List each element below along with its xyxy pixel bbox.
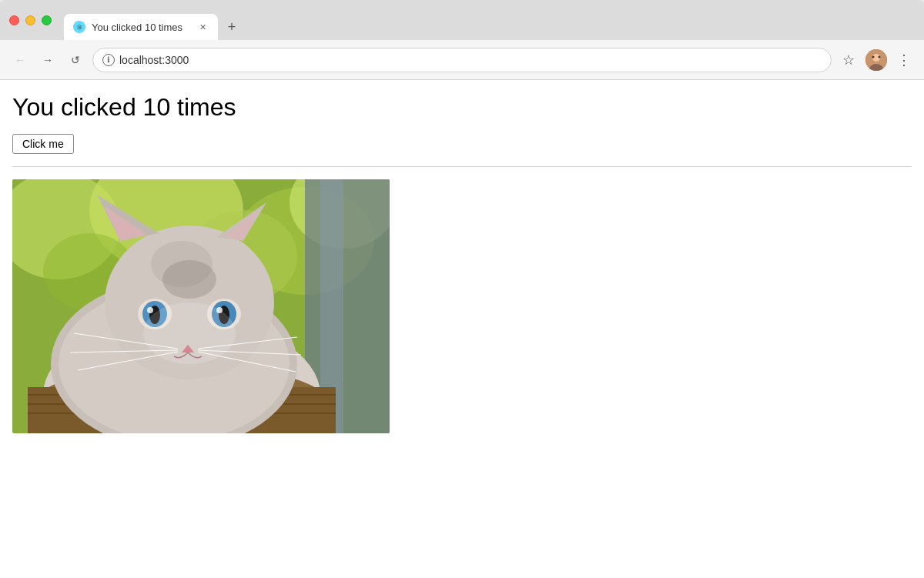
profile-avatar[interactable] (865, 49, 887, 71)
maximize-button[interactable] (42, 15, 52, 25)
cat-image (12, 179, 390, 433)
tab-close-icon[interactable]: ✕ (196, 21, 209, 33)
active-tab[interactable]: ⚛ You clicked 10 times ✕ (64, 14, 218, 40)
click-me-button[interactable]: Click me (12, 134, 74, 154)
tab-bar: ⚛ You clicked 10 times ✕ + (64, 0, 915, 40)
browser-window: ⚛ You clicked 10 times ✕ + ← → ↺ ℹ local… (0, 0, 924, 578)
page-content: You clicked 10 times Click me (0, 80, 924, 578)
back-button[interactable]: ← (9, 49, 31, 71)
title-bar: ⚛ You clicked 10 times ✕ + (0, 0, 924, 40)
profile-avatar-icon (865, 49, 887, 71)
browser-menu-button[interactable]: ⋮ (893, 49, 915, 71)
horizontal-divider (12, 166, 912, 167)
reload-button[interactable]: ↺ (65, 49, 86, 71)
click-count-heading: You clicked 10 times (12, 92, 912, 122)
nav-bar: ← → ↺ ℹ localhost:3000 ☆ ⋮ (0, 40, 924, 80)
new-tab-button[interactable]: + (221, 16, 243, 38)
traffic-lights (9, 15, 52, 25)
svg-point-44 (162, 260, 216, 299)
info-icon: ℹ (102, 54, 115, 66)
svg-point-43 (143, 302, 236, 364)
svg-point-4 (879, 55, 881, 58)
address-bar[interactable]: ℹ localhost:3000 (92, 48, 832, 72)
address-text: localhost:3000 (119, 54, 822, 66)
tab-title: You clicked 10 times (92, 22, 190, 33)
bookmark-button[interactable]: ☆ (838, 49, 859, 71)
tab-favicon-icon: ⚛ (73, 21, 85, 33)
svg-point-34 (147, 307, 153, 313)
close-button[interactable] (9, 15, 19, 25)
cat-image-container (12, 179, 390, 433)
minimize-button[interactable] (25, 15, 35, 25)
svg-point-3 (872, 55, 875, 58)
forward-button[interactable]: → (37, 49, 59, 71)
